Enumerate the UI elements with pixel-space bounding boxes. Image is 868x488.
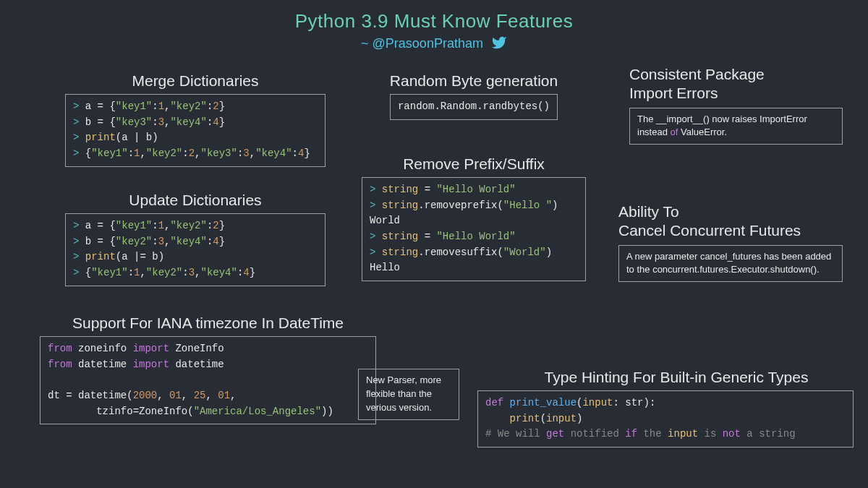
section-cancel-futures: Ability ToCancel Concurrent Futures A ne…	[618, 202, 843, 282]
note-box: New Parser, more flexible than the verio…	[358, 369, 459, 420]
code-box: from zoneinfo import ZoneInfo from datet…	[40, 336, 376, 424]
section-update-dictionaries: Update Dictionaries > a = {"key1":1,"key…	[65, 192, 326, 286]
section-new-parser: New Parser, more flexible than the verio…	[358, 369, 459, 420]
page-subtitle: ~ @PrasoonPratham	[0, 35, 868, 54]
section-title: Update Dictionaries	[65, 192, 326, 209]
section-title: Ability ToCancel Concurrent Futures	[618, 202, 843, 241]
section-title: Remove Prefix/Suffix	[362, 155, 586, 173]
section-consistent-import-errors: Consistent PackageImport Errors The __im…	[629, 65, 843, 145]
section-remove-prefix-suffix: Remove Prefix/Suffix > string = "Hello W…	[362, 155, 586, 281]
subtitle-prefix: ~	[361, 36, 373, 51]
code-box: > string = "Hello World" > string.remove…	[362, 177, 586, 281]
author-handle: @PrasoonPratham	[373, 36, 483, 51]
code-box: def print_value(input: str): print(input…	[477, 390, 854, 448]
section-title: Consistent PackageImport Errors	[629, 65, 843, 103]
code-box: random.Random.randbytes()	[390, 94, 558, 120]
section-merge-dictionaries: Merge Dictionaries > a = {"key1":1,"key2…	[65, 72, 326, 167]
section-iana-timezone: Support For IANA timezone In DateTime fr…	[40, 314, 376, 424]
code-box: > a = {"key1":1,"key2":2} > b = {"key2":…	[65, 213, 326, 286]
section-type-hinting: Type Hinting For Built-in Generic Types …	[477, 369, 854, 448]
section-title: Merge Dictionaries	[65, 72, 326, 90]
code-box: > a = {"key1":1,"key2":2} > b = {"key3":…	[65, 94, 326, 167]
section-title: Type Hinting For Built-in Generic Types	[499, 369, 854, 386]
section-title: Random Byte generation	[362, 72, 586, 90]
note-box: The __import__() now raises ImportError …	[629, 108, 843, 145]
twitter-icon	[491, 35, 507, 54]
note-box: A new parameter cancel_futures has been …	[618, 245, 843, 283]
section-random-byte: Random Byte generation random.Random.ran…	[362, 72, 586, 120]
section-title: Support For IANA timezone In DateTime	[40, 314, 376, 332]
page-title: Python 3.9 Must Know Features	[0, 0, 868, 33]
